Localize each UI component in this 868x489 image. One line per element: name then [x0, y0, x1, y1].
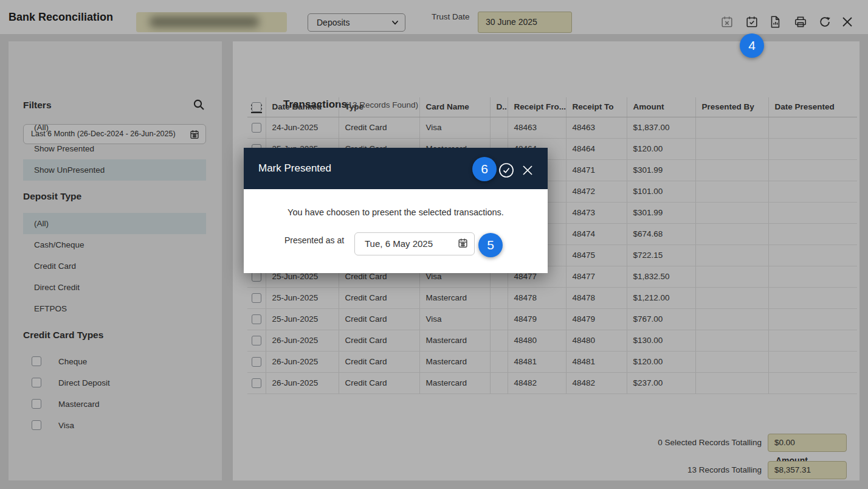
dialog-message: You have choosen to present the selected… — [244, 207, 548, 217]
check-circle-icon — [498, 162, 514, 178]
dialog-header: Mark Presented — [244, 148, 548, 189]
dialog-confirm-button[interactable] — [498, 162, 514, 178]
step-badge-5: 5 — [478, 233, 503, 257]
presented-date-input[interactable]: Tue, 6 May 2025 — [354, 232, 475, 255]
dialog-title: Mark Presented — [258, 148, 331, 189]
close-icon — [522, 164, 534, 176]
calendar-icon — [458, 238, 468, 248]
presented-as-at-label: Presented as at — [284, 235, 344, 245]
dialog-close-button[interactable] — [522, 164, 534, 176]
presented-date-value: Tue, 6 May 2025 — [365, 238, 433, 249]
step-badge-4: 4 — [740, 33, 764, 58]
step-badge-6: 6 — [472, 157, 497, 181]
mark-presented-dialog: Mark Presented You have choosen to prese… — [244, 148, 548, 273]
